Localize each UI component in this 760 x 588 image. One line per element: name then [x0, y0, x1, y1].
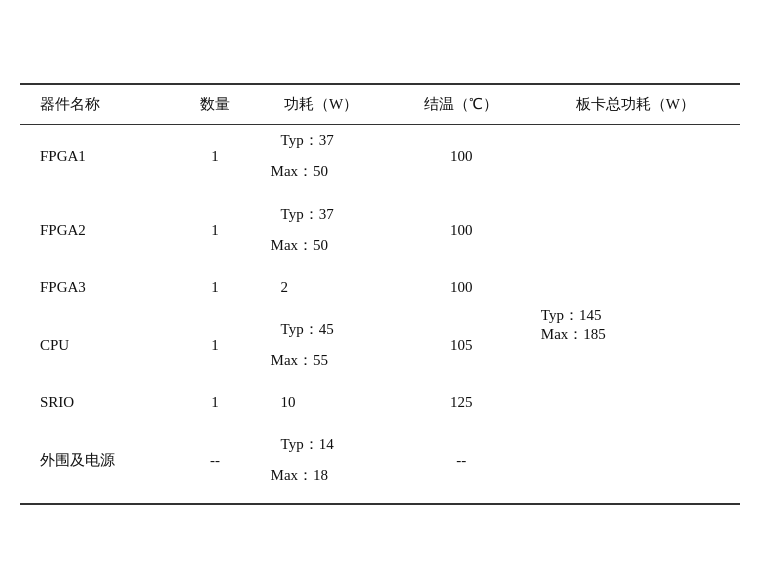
power-single: 2 — [251, 273, 392, 302]
header-power: 功耗（W） — [251, 85, 392, 125]
component-name: FPGA1 — [20, 125, 179, 188]
total-power — [531, 388, 740, 417]
total-power — [531, 125, 740, 188]
total-power — [531, 199, 740, 261]
component-qty: 1 — [179, 388, 250, 417]
junction-temp: 100 — [392, 199, 531, 261]
component-name: FPGA3 — [20, 273, 179, 302]
total-power-block: Typ：145 Max：185 — [531, 273, 740, 376]
junction-temp: 100 — [392, 125, 531, 188]
component-name: FPGA2 — [20, 199, 179, 261]
component-name: CPU — [20, 314, 179, 376]
junction-temp: -- — [392, 429, 531, 491]
junction-temp: 105 — [392, 314, 531, 376]
table-row: FPGA2 1 Typ：37 100 — [20, 199, 740, 230]
header-total: 板卡总功耗（W） — [531, 85, 740, 125]
power-typ: Typ：45 — [251, 314, 392, 345]
component-qty: -- — [179, 429, 250, 491]
component-name: 外围及电源 — [20, 429, 179, 491]
header-name: 器件名称 — [20, 85, 179, 125]
power-typ: Typ：37 — [251, 199, 392, 230]
header-qty: 数量 — [179, 85, 250, 125]
table-row: 外围及电源 -- Typ：14 -- — [20, 429, 740, 460]
junction-temp: 100 — [392, 273, 531, 302]
total-power — [531, 429, 740, 491]
table-row: FPGA3 1 2 100 Typ：145 Max：185 — [20, 273, 740, 302]
junction-temp: 125 — [392, 388, 531, 417]
power-max: Max：50 — [251, 156, 392, 187]
component-qty: 1 — [179, 314, 250, 376]
power-max: Max：55 — [251, 345, 392, 376]
power-single: 10 — [251, 388, 392, 417]
component-name: SRIO — [20, 388, 179, 417]
component-qty: 1 — [179, 273, 250, 302]
power-typ: Typ：14 — [251, 429, 392, 460]
power-max: Max：50 — [251, 230, 392, 261]
power-max: Max：18 — [251, 460, 392, 491]
component-qty: 1 — [179, 125, 250, 188]
component-qty: 1 — [179, 199, 250, 261]
table-row: FPGA1 1 Typ：37 100 — [20, 125, 740, 157]
table-row: SRIO 1 10 125 — [20, 388, 740, 417]
component-table: 器件名称 数量 功耗（W） 结温（℃） 板卡总功耗（W） FPGA1 1 Typ… — [20, 83, 740, 505]
header-junction: 结温（℃） — [392, 85, 531, 125]
power-typ: Typ：37 — [251, 125, 392, 157]
